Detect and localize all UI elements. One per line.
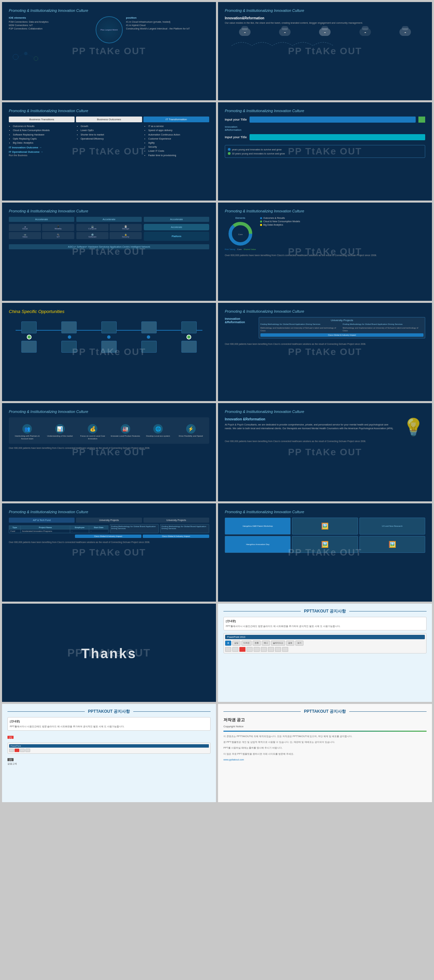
it-innovation-label: IT Innovation Outcome → <box>9 146 74 149</box>
timeline-bottom-row <box>9 341 209 353</box>
cloud-4: ☁ <box>359 28 371 36</box>
b2-item-1: Growth <box>81 124 142 128</box>
accel-header-2: Accelerate <box>76 217 142 222</box>
copyright-body: 이 콘텐츠는 PPTTAKOUT에 의해 제작되었습니다. 모든 저작권은 PP… <box>223 734 426 761</box>
notice-header-2: PPTTAKOUT 공지사항 <box>8 709 211 714</box>
ring-svg: Core <box>227 220 254 247</box>
notice-title-3: PPTTAKOUT 공지사항 <box>301 709 349 714</box>
mi-2 <box>20 749 25 752</box>
badge-1: [1] <box>8 736 14 739</box>
body-text-10: At Psych & Psych Consultants, we are ded… <box>225 423 395 430</box>
ring-container: Elements Core Risk Taking Core Shared Va… <box>225 217 256 250</box>
right-bullet-2: #1 in Hybrid Cloud <box>126 24 209 26</box>
b1-item-5: Big Data / Analytics <box>13 141 74 145</box>
fund-bottom: Cisco-Global & Industry Impact Cisco-Glo… <box>9 535 209 538</box>
btn-view[interactable]: 보기 <box>295 641 303 646</box>
icon-iot: 🔌IoT <box>42 232 74 239</box>
col-header-1: Business Transitions <box>9 116 75 122</box>
team-item-5: 🌐 Develop Local eco-system <box>143 424 173 441</box>
person-icon-4: 🏭 <box>121 424 130 434</box>
input-title-1: Input your Title <box>225 118 247 121</box>
btn-home[interactable]: 홈 <box>225 641 231 646</box>
team-label-5: Develop Local eco-system <box>143 435 173 438</box>
univ-cols: Finding Methodology for Global Brand App… <box>260 323 423 332</box>
th-type: Type <box>9 526 21 530</box>
svg-line-4 <box>27 54 34 57</box>
icon-cloud: ☁Cloud <box>9 224 41 231</box>
block-5: 🖼️ <box>292 536 358 553</box>
slide-grid: Promoting & Institutionalizing Innovatio… <box>0 0 434 804</box>
bar-teal <box>250 134 425 140</box>
br-item-4: Customer Experience <box>148 137 209 141</box>
cisco-label-b: Cisco-Global & Industry Impact <box>143 535 209 538</box>
notice-title-2: PPTTAKOUT 공지사항 <box>85 709 134 714</box>
bullet-1: P2M Connections: Data and Analytics <box>9 21 92 23</box>
bar-blue <box>250 116 416 123</box>
slide-ioe: Promoting & Institutionalizing Innovatio… <box>2 2 216 100</box>
row1-type: Fund <box>9 530 21 533</box>
fund-box-1: AIP & Tech Fund <box>9 518 75 523</box>
th-employee: Employee <box>70 526 89 530</box>
btn-slide[interactable]: 슬라이드쇼 <box>271 641 285 646</box>
copyright-url[interactable]: www.ppttakout.com <box>223 759 426 761</box>
accel-col-3: Accelerate Accelerate Platform <box>144 217 209 241</box>
block-3: UX and New Research <box>359 518 425 535</box>
copyright-title: 저작권 공고 <box>223 717 426 723</box>
center-circle: Plas Largest World <box>96 16 123 43</box>
btn-insert[interactable]: 삽입 <box>232 641 240 646</box>
fund-table-section: Type Project Name Employee Start Date Fu… <box>9 524 108 533</box>
btn-design[interactable]: 디자인 <box>241 641 252 646</box>
title-bars-section: Input your Title Innovation &Reformation… <box>225 116 425 140</box>
slide-5-title: Promoting & Institutionalizing Innovatio… <box>9 209 209 213</box>
watermark-11: PP TtAKe OUT <box>72 547 146 558</box>
accel-col-2: Accelerate 💻Compute 💾Storage ⚙️Software … <box>76 217 142 241</box>
tl-img-6 <box>21 341 37 353</box>
toolbar-icon-4 <box>254 647 260 652</box>
person-icon-3: 💰 <box>88 424 97 434</box>
slide-6-title: Promoting & Institutionalizing Innovatio… <box>225 209 425 213</box>
toolbar-icon-8 <box>282 647 288 652</box>
fund-header: AIP & Tech Fund University Projects Univ… <box>9 518 209 523</box>
title-bar-row-2: Innovation &Reformation <box>225 125 425 131</box>
accel-row: Accelerate ☁Cloud 📱Mobility 📹Video 🔌IoT … <box>9 217 209 241</box>
br-item-3: Automation Continuous Action <box>148 133 209 137</box>
growth-item-2: 30 years young and innovates to survive … <box>228 152 422 155</box>
team-item-4: 🏭 Innovate Local Product Features <box>110 424 141 441</box>
ui-mock-1: PowerPoint 2013 홈 삽입 디자인 전환 애니 슬라이드쇼 검토 … <box>223 633 426 654</box>
watermark-8: PP TtAKe OUT <box>288 347 362 357</box>
toolbar-icon-3 <box>246 647 253 652</box>
slide-8-title: Promoting & Institutionalizing Innovatio… <box>225 309 425 314</box>
univ-col-2: Finding Methodology for Global Brand App… <box>343 323 424 332</box>
cloud-row: ☁ ☁ ☁ ☁ ☁ <box>225 28 425 36</box>
innov-desc: Our value resides in the like, the share… <box>225 21 425 25</box>
thanks-text: Thanks <box>81 646 137 661</box>
node-1 <box>27 335 32 339</box>
slide-8-desc: Over 600,000 patients have been benefiti… <box>225 342 425 346</box>
slide-thanks: PP TtAKe OUT Thanks <box>2 604 216 702</box>
team-label-1: Interlocking with Partners & Account tea… <box>12 435 42 441</box>
team-item-3: 💰 Focus on cost & Local Cost Innovation <box>78 424 108 441</box>
btn-anim[interactable]: 애니 <box>262 641 270 646</box>
innov-label-10: Innovation &Reformation <box>225 417 395 421</box>
team-label-6: Drive Flexibility and Speed <box>176 435 206 438</box>
copyright-divider <box>223 731 426 732</box>
bullets-right: IT as a service Speed of apps delivery A… <box>144 124 209 157</box>
univ-col-1: Finding Methodology for Global Brand App… <box>260 323 341 332</box>
outcome-3: Big Data/ Analytics <box>260 224 425 226</box>
cloud-5: ☁ <box>399 28 411 36</box>
slide-1-title: Promoting & Institutionalizing Innovatio… <box>9 8 209 13</box>
col-1-content: Outcomes & Results Cloud & New Consumpti… <box>9 124 74 158</box>
timeline-top-row <box>9 321 209 333</box>
col-3-content: IT as a service Speed of apps delivery A… <box>144 124 209 158</box>
risk-label: Risk Taking <box>225 248 235 250</box>
team-box: 👥 Interlocking with Partners & Account t… <box>9 417 209 444</box>
copy-para-3: PPT를 사용하실 때에는 출처를 명시해 주시기 바랍니다. <box>223 746 426 750</box>
slide-12-title: Promoting & Institutionalizing Innovatio… <box>225 509 425 514</box>
tl-img-8 <box>101 341 116 353</box>
notice-sub-1: [안내문] <box>226 619 424 623</box>
col-header-3: IT Transformation <box>144 116 209 122</box>
team-item-2: 📊 Understanding of the market <box>45 424 75 441</box>
btn-transition[interactable]: 전환 <box>253 641 261 646</box>
btn-review[interactable]: 검토 <box>286 641 294 646</box>
outcome-text-2: Cloud & New Consumption Models <box>263 220 300 223</box>
